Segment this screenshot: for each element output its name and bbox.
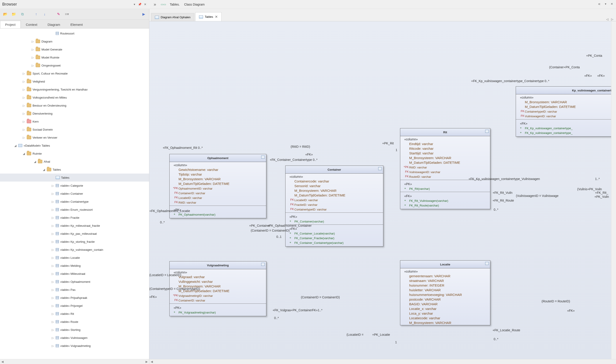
table-icon [56, 248, 59, 251]
table-icon [56, 272, 59, 275]
conn-label: 0..1 [276, 235, 281, 238]
conn-label: +PK_Vuiln [594, 195, 609, 198]
tree-item[interactable]: Routesoort [0, 29, 149, 37]
hierarchy-icon[interactable]: ▭▭ [161, 2, 165, 6]
tree-item[interactable]: ▷«table» Vulgraadmeting [0, 342, 149, 350]
tree-item[interactable]: ▷«table» Categorie [0, 182, 149, 190]
scroll-right-icon[interactable]: ▶ [146, 360, 148, 363]
tree-item[interactable]: ▷«table» Vuilniswagen [0, 334, 149, 342]
link-icon[interactable]: ⧉ [20, 12, 25, 17]
entity-container[interactable]: Container «column» Containercode: varcha… [285, 166, 383, 247]
breadcrumb-classdiagram[interactable]: Class Diagram [184, 3, 205, 6]
tree-item[interactable]: ▷Model Generate [0, 45, 149, 53]
toolbar-expand-icon[interactable]: ▶ [141, 12, 146, 17]
tree-item[interactable]: ▷Bestuur en Ondersteuning [0, 102, 149, 109]
tab-project[interactable]: Project [0, 21, 21, 28]
tree-item[interactable]: ▷«table» Containertype [0, 197, 149, 206]
tree-item[interactable]: ▷«table» Kp_pas_milieustraat [0, 230, 149, 238]
close-tab-icon[interactable]: ✕ [215, 15, 218, 19]
canvas-hscrollbar[interactable]: ◀ [149, 359, 616, 364]
conn-label: +FK_Rit_Route [492, 199, 514, 202]
window-dropdown-icon[interactable]: ▾ [603, 2, 608, 6]
diagram-canvas[interactable]: Ophaalmoment «column» Gewichtstoename: v… [149, 21, 616, 359]
tree-item[interactable]: ▷«table» Prijsregel [0, 302, 149, 310]
tab-diagram[interactable]: Diagram [42, 21, 65, 28]
tree-item[interactable]: ▷Veiligheid [0, 78, 149, 85]
tree-item[interactable]: ◢«DataModel» Tables [0, 142, 149, 150]
entity-rit[interactable]: Rit «column» Eindtijd: varchar Ritcode: … [400, 128, 490, 209]
tree-item[interactable]: ▷«table» Ophaalmoment [0, 278, 149, 286]
conn-label: +FK_Ophaalmoment_Container [267, 224, 312, 227]
folder-icon [27, 80, 31, 83]
chevron-left-double-icon[interactable]: « [597, 2, 601, 6]
doc-tab-diagram-afval[interactable]: Diagram Afval Ophalen [151, 13, 194, 21]
tab-context[interactable]: Context [21, 21, 42, 28]
conn-label: 1 [396, 148, 397, 152]
tree-item[interactable]: ▷«table» Fractie [0, 214, 149, 221]
tree-item[interactable]: ▷«table» Melding [0, 262, 149, 270]
conn-label: 1 [395, 340, 397, 344]
tree-item[interactable]: ▷Sport, Cultuur en Recreatie [0, 69, 149, 78]
folder-icon [27, 72, 31, 75]
tab-element[interactable]: Element [65, 21, 88, 28]
tree-item[interactable]: ▷«table» Kp_storting_fractie [0, 238, 149, 246]
tree-item[interactable]: ▷«table» Kp_vuilniswagen_contain [0, 246, 149, 254]
titlebar: Browser ▾ 📌 ✕ » ▭▭ Tables. Class Diagram… [0, 0, 616, 9]
diagram-icon [56, 176, 60, 179]
tree-item[interactable]: ▷«table» Kp_milieustraat_fractie [0, 221, 149, 230]
tree-item[interactable]: ▷Model Ruimte [0, 53, 149, 61]
conn-label: (ContainerID = ContainerID) [251, 229, 290, 232]
tree-item[interactable]: ◢Ruimte [0, 150, 149, 157]
tree-item[interactable]: ▷Diagram [0, 37, 149, 45]
entity-locatie[interactable]: Locatie «column» gemeentenaam: VARCHAR s… [400, 260, 490, 325]
tree-item[interactable]: ▷«table» Container [0, 190, 149, 197]
conn-label: +FK_Kp_vuilniswagen_containertype_Vuilni… [468, 177, 540, 181]
browser-toolbar: 📂 📁 ⧉ ↑ ↓ ✎ ≡▾ ▶ [0, 9, 149, 20]
dropdown-icon[interactable]: ▾ [132, 2, 136, 6]
tree-item[interactable]: ▷«table» Pas [0, 286, 149, 294]
diagram-area: Diagram Afval Ophalen Tables✕ ◁ ▷ Ophaal… [149, 9, 616, 364]
tree-item[interactable]: ▷«table» Rit [0, 310, 149, 318]
breadcrumb-tables[interactable]: Tables. [170, 3, 180, 6]
tree-item[interactable]: ◢Tables [0, 166, 149, 174]
table-icon [56, 256, 59, 259]
window-close-icon[interactable]: ✕ [610, 2, 614, 6]
conn-label: (ContainertypeID = ContainertypeID) [149, 287, 200, 291]
table-icon [56, 224, 59, 227]
new-folder-icon[interactable]: 📁 [11, 12, 16, 17]
tree-item[interactable]: ▷Sociaal Domein [0, 126, 149, 133]
wand-icon[interactable]: ✎ [56, 12, 61, 17]
tree-item[interactable]: ▷Dienstverlening [0, 109, 149, 117]
doc-tab-tables[interactable]: Tables✕ [195, 12, 222, 21]
arrow-up-icon[interactable]: ↑ [33, 12, 39, 17]
arrow-down-icon[interactable]: ↓ [42, 12, 47, 17]
tree-item[interactable]: ▷«table» Locatie [0, 254, 149, 262]
tree-item[interactable]: ▷Vergunningverlening, Toezicht en Handha… [0, 85, 149, 93]
close-panel-icon[interactable]: ✕ [143, 2, 147, 6]
tree-item-selected[interactable]: Tables [0, 174, 149, 182]
tree-item[interactable]: ▷Kern [0, 117, 149, 126]
pin-icon[interactable]: 📌 [138, 2, 142, 6]
canvas-vscrollbar[interactable] [611, 21, 616, 359]
tree-item[interactable]: ◢Afval [0, 157, 149, 166]
tree-item[interactable]: ▷«table» Prijsafspraak [0, 294, 149, 302]
tab-prev-icon[interactable]: ◁ [605, 17, 609, 21]
tree-item[interactable]: ▷«table» Milieustraat [0, 270, 149, 278]
entity-ophaalmoment[interactable]: Ophaalmoment «column» Gewichtstoename: v… [169, 154, 266, 218]
scroll-left-icon[interactable]: ◀ [151, 360, 153, 363]
tree-item[interactable]: ▷«table» Route [0, 318, 149, 326]
tree-item[interactable]: ▷«table» Storting [0, 326, 149, 334]
tree-item[interactable]: ▷Verkeer en Vervoer [0, 133, 149, 142]
scroll-left-icon[interactable]: ◀ [1, 360, 4, 363]
tree-item[interactable]: ▷«table» Enum_routesoort [0, 206, 149, 214]
project-tree[interactable]: Routesoort ▷Diagram ▷Model Generate ▷Mod… [0, 28, 149, 359]
hamburger-icon[interactable]: ≡▾ [64, 12, 70, 17]
chevron-right-icon[interactable]: » [153, 2, 157, 6]
open-folder-icon[interactable]: 📂 [3, 12, 8, 17]
entity-kp-vuilniswagen-containertype[interactable]: Kp_vuilniswagen_containert «column» M_Br… [516, 86, 616, 137]
tree-item[interactable]: ▷Omgevingswet [0, 61, 149, 69]
tree-item[interactable]: ▷Volksgezondheid en Milieu [0, 93, 149, 102]
browser-hscrollbar[interactable]: ◀▶ [0, 359, 149, 364]
tab-next-icon[interactable]: ▷ [610, 17, 614, 21]
table-icon [56, 336, 59, 339]
